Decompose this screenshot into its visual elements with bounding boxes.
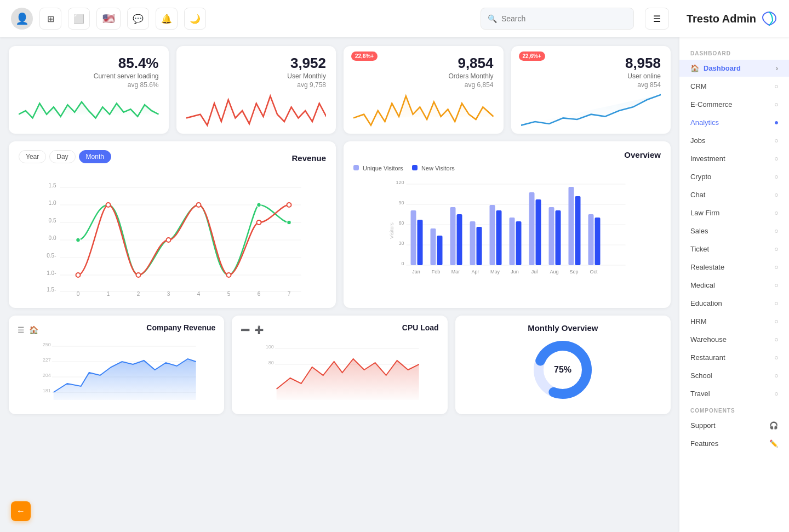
company-revenue-svg: 250 227 204 181 [18, 340, 215, 411]
sidebar-dot-lawfirm [775, 211, 778, 215]
sidebar-item-medical[interactable]: Medical [679, 277, 789, 294]
svg-point-36 [257, 220, 261, 225]
svg-rect-61 [529, 192, 535, 265]
flag-icon-btn[interactable]: 🇺🇸 [96, 8, 121, 30]
sidebar-item-travel[interactable]: Travel [679, 385, 789, 402]
monthly-overview-title: Monthly Overview [464, 323, 662, 333]
svg-rect-54 [457, 214, 462, 265]
svg-rect-53 [450, 207, 456, 265]
sidebar-item-realestate[interactable]: Realestate [679, 259, 789, 276]
bottom-row: ☰ 🏠 Company Revenue 250 227 204 181 [9, 316, 671, 414]
sidebar-item-crypto[interactable]: Crypto [679, 168, 789, 185]
svg-rect-63 [549, 207, 554, 265]
legend-dot-unique [353, 165, 359, 170]
svg-text:May: May [490, 269, 500, 274]
company-revenue-toolbar: ☰ 🏠 Company Revenue [18, 323, 215, 336]
svg-rect-52 [437, 236, 443, 265]
svg-text:30: 30 [398, 241, 404, 246]
svg-text:5: 5 [227, 291, 231, 297]
sidebar-label-ticket: Ticket [690, 245, 709, 253]
menu-lines-icon[interactable]: ☰ [18, 325, 25, 334]
stat-card-online: 22,6%+ 8,958 User online avg 854 [511, 46, 671, 134]
svg-rect-57 [490, 205, 495, 265]
sidebar-item-hrm[interactable]: HRM [679, 313, 789, 330]
day-filter-btn[interactable]: Day [49, 150, 75, 163]
back-button[interactable]: ← [11, 501, 31, 521]
revenue-chart-svg: 1.5 1.0 0.5 0.0 0.5- 1.0- 1.5- [19, 176, 326, 297]
sidebar-item-dashboard[interactable]: 🏠 Dashboard › [679, 60, 789, 77]
donut-chart: 75% [464, 337, 662, 403]
sidebar-label-investment: Investment [690, 155, 725, 163]
stat-label-server: Current server loading [19, 72, 159, 81]
sidebar-item-lawfirm[interactable]: Law Firm [679, 204, 789, 221]
revenue-chart-title: Revenue [291, 153, 326, 163]
svg-text:90: 90 [398, 200, 404, 205]
avatar[interactable]: 👤 [11, 8, 33, 30]
sidebar-label-crypto: Crypto [690, 173, 711, 181]
svg-text:80: 80 [268, 360, 274, 365]
svg-text:Visitors: Visitors [389, 222, 395, 239]
stat-card-server: 85.4% Current server loading avg 85.6% [9, 46, 169, 134]
sidebar-item-features[interactable]: Features ✏️ [679, 435, 789, 452]
search-input[interactable] [501, 14, 627, 23]
minus-circle-icon[interactable]: ➖ [241, 325, 250, 334]
svg-rect-62 [536, 199, 541, 265]
svg-text:Feb: Feb [432, 269, 441, 274]
chat-icon-btn[interactable]: 💬 [127, 8, 149, 30]
sidebar-label-warehouse: Warehouse [690, 335, 727, 344]
svg-text:0: 0 [401, 261, 404, 266]
cpu-load-title: CPU Load [402, 323, 439, 332]
sidebar-item-ticket[interactable]: Ticket [679, 241, 789, 258]
sidebar-dot-school [775, 374, 778, 377]
revenue-chart-card: Year Day Month Revenue 1.5 1.0 0.5 0.0 0… [9, 141, 336, 308]
sidebar-label-hrm: HRM [690, 317, 707, 325]
plus-circle-icon[interactable]: ➕ [254, 325, 264, 334]
sidebar-item-analytics[interactable]: Analytics [679, 114, 789, 131]
menu-icon-btn[interactable]: ☰ [645, 8, 669, 30]
month-filter-btn[interactable]: Month [79, 150, 111, 163]
sidebar-item-support[interactable]: Support 🎧 [679, 417, 789, 434]
cpu-load-svg: 100 80 [241, 340, 438, 411]
svg-text:0: 0 [77, 291, 80, 297]
sidebar-item-jobs[interactable]: Jobs [679, 132, 789, 149]
sidebar-label-chat: Chat [690, 191, 705, 199]
adjust-icon-btn[interactable]: ⊞ [39, 8, 61, 30]
headset-icon: 🎧 [769, 421, 778, 430]
svg-point-22 [76, 238, 81, 242]
sidebar-item-chat[interactable]: Chat [679, 186, 789, 203]
sidebar-item-sales[interactable]: Sales [679, 222, 789, 239]
mini-chart-online [521, 89, 661, 133]
sidebar-item-ecommerce[interactable]: E-Commerce [679, 96, 789, 113]
stat-card-users: 3,952 User Monthly avg 9,758 [176, 46, 336, 134]
stat-card-orders: 22,6%+ 9,854 Orders Monthly avg 6,854 [344, 46, 504, 134]
svg-text:Jan: Jan [412, 269, 420, 274]
sidebar-item-restaurant[interactable]: Restaurant [679, 349, 789, 366]
svg-text:100: 100 [266, 344, 274, 350]
sidebar-item-education[interactable]: Education [679, 295, 789, 312]
content-area: 85.4% Current server loading avg 85.6% [0, 37, 679, 532]
svg-text:227: 227 [43, 357, 51, 363]
sidebar-item-crm[interactable]: CRM [679, 78, 789, 95]
svg-text:Aug: Aug [550, 269, 558, 274]
sidebar-label-travel: Travel [690, 390, 710, 398]
year-filter-btn[interactable]: Year [19, 150, 46, 163]
fullscreen-icon-btn[interactable]: ⬜ [68, 8, 90, 30]
sidebar-dot-crm [775, 85, 778, 88]
home-icon[interactable]: 🏠 [29, 325, 38, 334]
company-revenue-card: ☰ 🏠 Company Revenue 250 227 204 181 [9, 316, 224, 414]
bell-icon-btn[interactable]: 🔔 [156, 8, 178, 30]
svg-rect-68 [595, 218, 601, 265]
sidebar-dot-realestate [775, 266, 778, 269]
sidebar-item-warehouse[interactable]: Warehouse [679, 331, 789, 348]
search-bar: 🔍 [481, 8, 634, 30]
moon-icon-btn[interactable]: 🌙 [184, 8, 206, 30]
sidebar-item-school[interactable]: School [679, 367, 789, 384]
sidebar-dot-warehouse [775, 338, 778, 341]
svg-text:1.5-: 1.5- [47, 287, 56, 293]
svg-point-37 [287, 203, 291, 207]
stat-avg-orders: avg 6,854 [353, 81, 494, 89]
sidebar-item-investment[interactable]: Investment [679, 150, 789, 167]
mini-chart-users [186, 89, 327, 133]
svg-text:181: 181 [43, 388, 51, 393]
stat-value-server: 85.4% [19, 55, 159, 72]
